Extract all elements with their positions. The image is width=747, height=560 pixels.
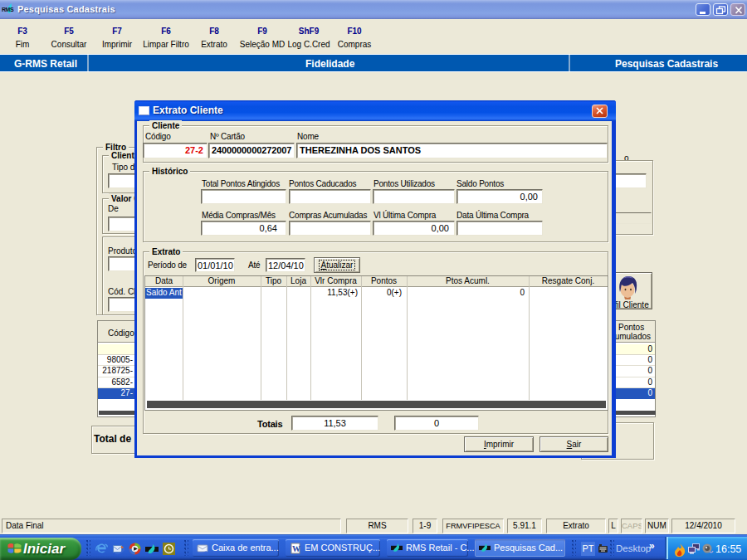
svg-text:RMS: RMS <box>2 7 14 12</box>
svg-text:W: W <box>292 544 300 553</box>
